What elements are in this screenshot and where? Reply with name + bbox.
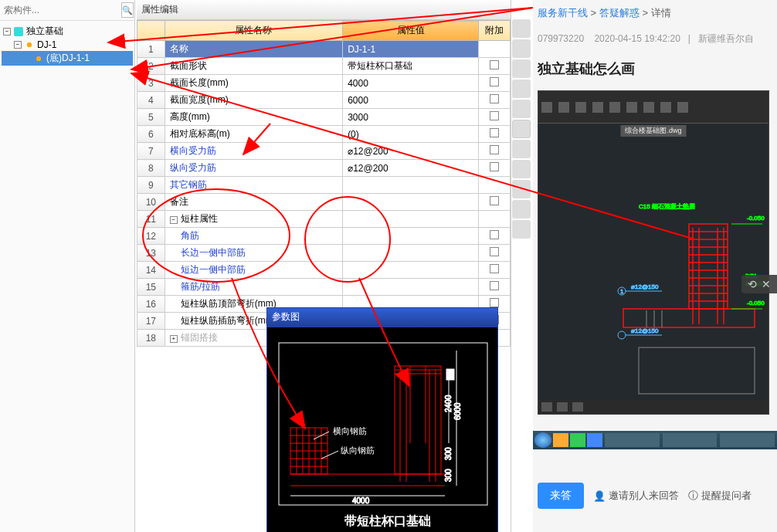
breadcrumb-link[interactable]: 服务新干线 [538,7,588,19]
prop-extra-cell[interactable] [479,41,511,58]
breadcrumb: 服务新干线 > 答疑解惑 > 详情 [533,0,777,26]
side-icon[interactable] [512,220,531,239]
weibo-icon[interactable] [512,39,531,58]
tree-root-row[interactable]: − 独立基础 [2,24,133,39]
table-row[interactable]: 8纵向受力筋⌀12@200 [137,160,511,177]
prop-value-cell[interactable]: 6000 [343,92,479,109]
prop-extra-cell[interactable] [479,194,511,211]
prop-value-cell[interactable]: (0) [343,126,479,143]
side-icon[interactable] [512,160,531,178]
start-button[interactable] [534,432,551,448]
table-row[interactable]: 9其它钢筋 [137,177,511,194]
table-row[interactable]: 12角筋 [137,228,511,245]
checkbox[interactable] [490,264,499,273]
checkbox[interactable] [490,162,499,171]
checkbox[interactable] [490,230,499,239]
prop-value-cell[interactable]: ⌀12@200 [343,160,479,177]
table-row[interactable]: 14短边一侧中部筋 [137,262,511,279]
diagram-canvas: 4000 6000 2400 300 300 8 横向钢筋 纵向钢筋 带短柱杯口… [266,327,498,532]
invite-button[interactable]: 👤 邀请别人来回答 [593,489,679,503]
prop-value-cell[interactable]: ⌀12@200 [343,143,479,160]
prop-extra-cell[interactable] [479,143,511,160]
prop-value-cell[interactable] [343,194,479,211]
table-row[interactable]: 10备注 [137,194,511,211]
prop-extra-cell[interactable] [479,126,511,143]
prop-extra-cell[interactable] [479,211,511,228]
collapse-icon[interactable]: − [14,41,22,49]
answer-button[interactable]: 来答 [538,483,584,509]
table-row[interactable]: 3截面长度(mm)4000 [137,75,511,92]
prop-extra-cell[interactable] [479,92,511,109]
prop-extra-cell[interactable] [479,177,511,194]
prop-value-cell[interactable] [343,245,479,262]
prop-value-cell[interactable] [343,177,479,194]
search-input[interactable] [2,3,121,17]
table-row[interactable]: 7横向受力筋⌀12@200 [137,143,511,160]
taskbar-item[interactable] [720,433,775,447]
side-icon[interactable] [512,59,531,78]
side-icon[interactable] [512,200,531,219]
svg-text:1: 1 [620,288,624,295]
prop-value-cell[interactable]: 3000 [343,109,479,126]
table-row[interactable]: 4截面宽度(mm)6000 [137,92,511,109]
side-icon[interactable] [512,180,531,198]
checkbox[interactable] [490,94,499,103]
close-icon[interactable]: ✕ [762,278,771,290]
side-icon[interactable] [512,80,531,98]
checkbox[interactable] [490,77,499,86]
table-row[interactable]: 13长边一侧中部筋 [137,245,511,262]
prop-extra-cell[interactable] [479,160,511,177]
prop-extra-cell[interactable] [479,58,511,75]
prop-value-cell[interactable]: DJ-1-1 [343,41,479,58]
magnifier-icon: 🔍 [122,5,133,15]
taskbar-item[interactable] [553,433,568,447]
checkbox[interactable] [490,60,499,69]
search-button[interactable]: 🔍 [121,2,134,18]
tree-child2-row[interactable]: (底)DJ-1-1 [2,51,133,66]
table-row[interactable]: 11−短柱属性 [137,211,511,228]
prop-value-cell[interactable] [343,228,479,245]
collapse-icon[interactable]: − [3,28,11,36]
table-row[interactable]: 5高度(mm)3000 [137,109,511,126]
prop-value-cell[interactable] [343,211,479,228]
rotate-icon[interactable]: ⟲ [748,278,757,290]
side-icon[interactable] [512,140,531,158]
taskbar-item[interactable] [605,433,660,447]
table-row[interactable]: 6相对底标高(m)(0) [137,126,511,143]
row-number: 14 [137,262,165,279]
checkbox[interactable] [490,298,499,307]
tree-child1-row[interactable]: − DJ-1 [2,39,133,51]
taskbar-item[interactable] [587,433,602,447]
prop-value-cell[interactable] [343,279,479,296]
checkbox[interactable] [490,196,499,205]
table-row[interactable]: 15箍筋/拉筋 [137,279,511,296]
checkbox[interactable] [490,145,499,154]
cad-screenshot[interactable]: 综合楼基础图.dwg C15 细石混凝土垫层 DZ1 600x900 -0.05… [538,90,769,415]
checkbox[interactable] [490,281,499,290]
checkbox[interactable] [490,128,499,137]
prop-extra-cell[interactable] [479,109,511,126]
taskbar-item[interactable] [663,433,718,447]
breadcrumb-link[interactable]: 答疑解惑 [599,7,640,19]
table-row[interactable]: 2截面形状带短柱杯口基础 [137,58,511,75]
side-icon[interactable] [512,100,531,118]
side-icon[interactable] [512,19,531,38]
svg-text:C15 细石混凝土垫层: C15 细石混凝土垫层 [639,203,695,210]
checkbox[interactable] [490,247,499,256]
prop-extra-cell[interactable] [479,262,511,279]
taskbar [533,431,777,449]
prop-extra-cell[interactable] [479,75,511,92]
prop-value-cell[interactable] [343,262,479,279]
table-row[interactable]: 1名称DJ-1-1 [137,41,511,58]
notify-button[interactable]: ⓘ 提醒提问者 [688,489,752,503]
prop-value-cell[interactable]: 4000 [343,75,479,92]
svg-text:⌀12@150: ⌀12@150 [631,327,659,334]
prop-extra-cell[interactable] [479,245,511,262]
side-icon[interactable] [512,120,531,138]
prop-extra-cell[interactable] [479,279,511,296]
prop-value-cell[interactable]: 带短柱杯口基础 [343,58,479,75]
row-number: 10 [137,194,165,211]
prop-extra-cell[interactable] [479,228,511,245]
taskbar-item[interactable] [570,433,585,447]
checkbox[interactable] [490,111,499,120]
